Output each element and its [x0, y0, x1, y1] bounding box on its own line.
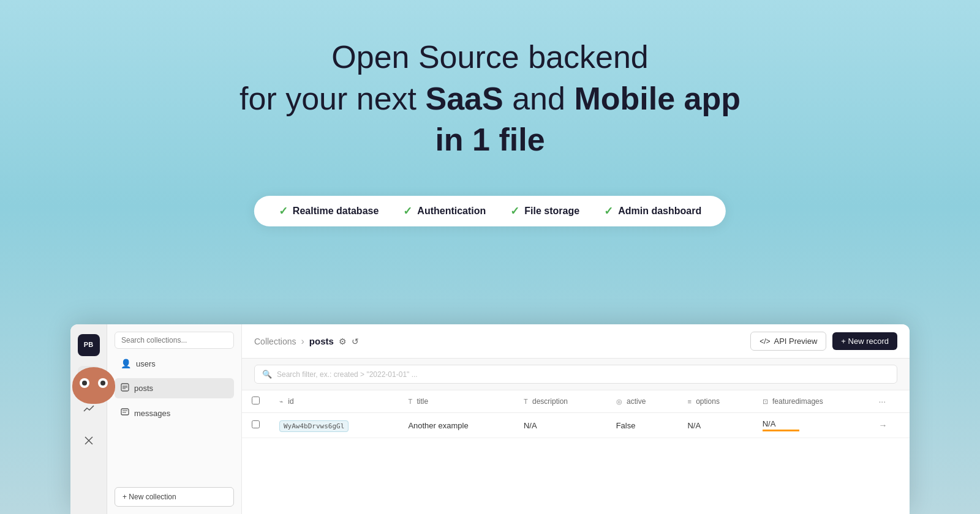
feature-storage-label: File storage: [524, 206, 579, 217]
id-col-icon: ⌁: [279, 398, 284, 405]
orange-progress-bar: [763, 430, 799, 431]
sidebar-item-messages[interactable]: messages: [115, 403, 234, 423]
col-label-title: title: [417, 397, 428, 406]
col-label-id: id: [288, 397, 293, 406]
new-record-label: + New record: [841, 337, 889, 346]
row-checkbox[interactable]: [252, 420, 260, 428]
sidebar-item-users[interactable]: 👤 users: [115, 354, 234, 373]
active-col-icon: ◎: [616, 398, 622, 405]
cell-active: False: [606, 413, 678, 438]
check-icon-storage: ✓: [510, 204, 519, 218]
svg-rect-7: [121, 409, 129, 415]
header-checkbox: [242, 390, 270, 413]
feature-admin-label: Admin dashboard: [618, 206, 701, 217]
sidebar-logo: PB: [78, 334, 100, 356]
api-preview-label: API Preview: [774, 337, 818, 346]
id-badge: WyAw4bDrvws6gGl: [279, 420, 349, 432]
main-content: Collections › posts ⚙ ↺ </> API Preview …: [242, 324, 910, 514]
breadcrumb-separator: ›: [301, 336, 304, 347]
col-label-options: options: [696, 397, 720, 406]
header-options[interactable]: ≡ options: [677, 390, 752, 413]
header-title[interactable]: T title: [398, 390, 514, 413]
table-header-row: ⌁ id T title T description ◎: [242, 390, 910, 413]
hero-line2-mid: and: [503, 81, 575, 116]
header-more: ···: [869, 390, 910, 413]
header-featuredimages[interactable]: ⊡ featuredimages: [753, 390, 869, 413]
mascot: [72, 367, 121, 410]
breadcrumb-collections: Collections: [254, 337, 296, 346]
featured-col-icon: ⊡: [763, 398, 768, 405]
messages-icon: [121, 408, 129, 419]
table-row[interactable]: WyAw4bDrvws6gGl Another example N/A Fals…: [242, 413, 910, 438]
feature-auth-label: Authentication: [417, 206, 486, 217]
new-collection-button[interactable]: + New collection: [115, 487, 234, 507]
collection-label-users: users: [136, 359, 156, 368]
row-checkbox-cell: [242, 413, 270, 438]
posts-icon: [121, 383, 129, 393]
search-input-wrapper[interactable]: 🔍 Search filter, ex.: created > "2022-01…: [254, 365, 897, 384]
records-table: ⌁ id T title T description ◎: [242, 390, 910, 438]
code-icon: </>: [760, 337, 770, 346]
title-col-icon: T: [408, 398, 412, 405]
settings-icon[interactable]: ⚙: [339, 337, 347, 346]
row-arrow-icon: →: [878, 420, 887, 430]
api-preview-button[interactable]: </> API Preview: [750, 332, 826, 351]
hero-line1: Open Source backend: [331, 39, 648, 75]
collection-label-posts: posts: [134, 384, 153, 393]
features-bar: ✓ Realtime database ✓ Authentication ✓ F…: [254, 196, 726, 226]
check-icon-realtime: ✓: [279, 204, 288, 218]
col-label-description: description: [532, 397, 568, 406]
cell-id: WyAw4bDrvws6gGl: [270, 413, 398, 438]
header-description[interactable]: T description: [514, 390, 606, 413]
col-label-featuredimages: featuredimages: [772, 397, 823, 406]
feature-admin-dashboard: ✓ Admin dashboard: [604, 204, 701, 218]
search-placeholder: Search filter, ex.: created > "2022-01-0…: [277, 370, 418, 379]
header-active[interactable]: ◎ active: [606, 390, 678, 413]
app-window: PB 👤 users: [70, 324, 910, 514]
feature-realtime-label: Realtime database: [293, 206, 379, 217]
hero-line2-pre: for your next: [239, 81, 425, 116]
search-icon: 🔍: [262, 370, 272, 379]
new-record-button[interactable]: + New record: [832, 332, 897, 350]
header-id[interactable]: ⌁ id: [270, 390, 398, 413]
feature-realtime-database: ✓ Realtime database: [279, 204, 379, 218]
options-col-icon: ≡: [687, 398, 691, 405]
cell-arrow[interactable]: →: [869, 413, 910, 438]
sidebar: PB: [70, 324, 107, 514]
hero-line3: in 1 file: [435, 122, 545, 157]
top-bar: Collections › posts ⚙ ↺ </> API Preview …: [242, 324, 910, 359]
col-label-active: active: [627, 397, 646, 406]
hero-saas: SaaS: [426, 81, 503, 116]
collection-label-messages: messages: [134, 409, 170, 418]
sidebar-item-posts[interactable]: posts: [115, 378, 234, 398]
cell-featuredimages: N/A: [753, 413, 869, 438]
collections-panel: 👤 users posts mess: [107, 324, 242, 514]
top-bar-actions: </> API Preview + New record: [750, 332, 897, 351]
search-bar: 🔍 Search filter, ex.: created > "2022-01…: [242, 359, 910, 390]
cell-description: N/A: [514, 413, 606, 438]
featuredimages-value: N/A: [763, 419, 776, 428]
new-collection-label: + New collection: [123, 493, 176, 501]
refresh-icon[interactable]: ↺: [352, 337, 359, 346]
hero-section: Open Source backend for your next SaaS a…: [0, 37, 980, 161]
hero-mobile-app: Mobile app: [574, 81, 741, 116]
table-wrapper: ⌁ id T title T description ◎: [242, 390, 910, 514]
feature-file-storage: ✓ File storage: [510, 204, 579, 218]
users-icon: 👤: [121, 359, 131, 368]
cell-options: N/A: [677, 413, 752, 438]
select-all-checkbox[interactable]: [252, 397, 260, 404]
feature-authentication: ✓ Authentication: [403, 204, 486, 218]
more-columns-icon[interactable]: ···: [878, 397, 886, 406]
sidebar-icon-tools[interactable]: [78, 430, 100, 452]
check-icon-admin: ✓: [604, 204, 613, 218]
desc-col-icon: T: [524, 398, 528, 405]
search-collections-input[interactable]: [115, 332, 234, 349]
hero-title: Open Source backend for your next SaaS a…: [0, 37, 980, 161]
breadcrumb-current: posts: [309, 336, 334, 346]
hero-line2: for your next SaaS and Mobile app: [239, 81, 741, 116]
check-icon-auth: ✓: [403, 204, 412, 218]
breadcrumb: Collections › posts ⚙ ↺: [254, 336, 359, 347]
cell-title: Another example: [398, 413, 514, 438]
